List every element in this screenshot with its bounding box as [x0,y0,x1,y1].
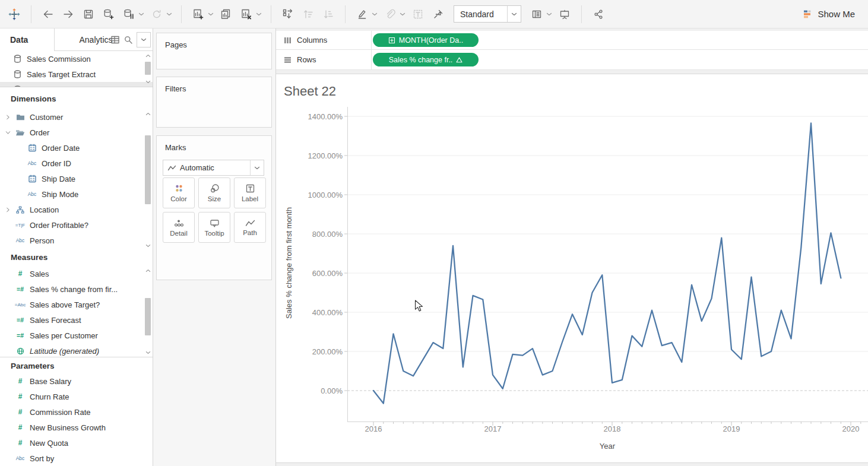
mark-color-button[interactable]: Color [163,177,195,208]
chevron-down-icon[interactable] [144,78,152,85]
chart-canvas[interactable]: 1400.00%1200.00%1000.00%800.00%600.00%40… [276,74,868,462]
mark-detail-button[interactable]: Detail [163,212,195,243]
filters-card[interactable]: Filters [156,77,272,128]
fields-menu-button[interactable] [137,32,151,47]
format-links-menu-caret[interactable] [399,6,406,23]
chevron-down-icon[interactable] [144,349,152,356]
caret-right-exp-icon[interactable] [4,115,12,120]
fit-mode-select[interactable]: Standard [454,5,521,23]
duplicate-button[interactable] [218,6,235,23]
clear-sheet-button[interactable] [238,6,255,23]
data-source-item-clipped[interactable]: Superstore Connected [0,82,153,87]
run-update-menu-caret[interactable] [166,6,173,23]
undo-button[interactable] [40,6,56,23]
show-mark-labels-button[interactable] [410,6,426,23]
chevron-up-icon[interactable] [144,110,152,118]
clear-sheet-menu-caret[interactable] [255,6,262,23]
field-row[interactable]: # New Quota [0,435,153,451]
dimensions-tools [110,32,151,47]
scrollbar-thumb[interactable] [145,62,151,75]
save-button[interactable] [80,6,97,23]
caret-right-exp-icon[interactable] [4,207,12,213]
search-icon[interactable] [123,35,133,45]
field-row[interactable]: =# Sales % change from fir... [0,281,153,297]
caret-down-icon[interactable] [250,160,264,175]
field-row[interactable]: # Churn Rate [0,389,153,404]
field-row[interactable]: # Sales [0,266,153,281]
field-row[interactable]: Ship Date [0,171,153,186]
field-row[interactable]: =T|F Order Profitable? [0,217,153,233]
redo-button[interactable] [60,6,77,23]
field-row[interactable]: Abc Order ID [0,156,153,171]
worksheet[interactable]: Sheet 22 1400.00%1200.00%1000.00%800.00%… [276,74,868,463]
field-pill[interactable]: Sales % change fr.. [373,53,479,66]
caret-down-icon[interactable] [507,6,521,22]
run-update-button[interactable] [148,6,165,23]
format-links-button[interactable] [382,6,398,23]
field-row[interactable]: =# Sales Forecast [0,312,153,328]
field-row[interactable]: # Base Salary [0,373,153,389]
sort-asc-icon [303,9,313,20]
chevron-up-icon[interactable] [144,267,152,274]
tableau-logo-button[interactable] [6,6,23,23]
measures-scrollbar[interactable] [144,267,152,356]
sort-descending-button[interactable] [320,6,337,23]
scrollbar-thumb[interactable] [145,298,151,335]
data-source-item[interactable]: Sales Target Extract [0,66,153,82]
dimensions-scrollbar[interactable] [144,110,152,249]
field-row[interactable]: Customer [0,109,153,125]
pause-auto-updates-button[interactable] [121,6,137,23]
mark-size-button[interactable]: Size [198,177,230,208]
show-hide-cards-button[interactable] [528,6,545,23]
highlight-menu-caret[interactable] [371,6,378,23]
tab-data[interactable]: Data [0,28,55,51]
mark-tooltip-button[interactable]: Tooltip [198,212,230,243]
swap-rows-columns-button[interactable] [280,6,296,23]
svg-text:2016: 2016 [365,424,382,433]
field-row[interactable]: Order [0,125,153,140]
field-row[interactable]: # New Business Growth [0,420,153,435]
fix-axes-button[interactable] [430,6,446,23]
line-chart[interactable]: 1400.00%1200.00%1000.00%800.00%600.00%40… [276,74,868,462]
field-row[interactable]: Order Date [0,140,153,156]
show-me-icon [803,9,813,19]
data-source-item[interactable]: Superstore Connected [0,82,153,87]
field-row[interactable]: Location [0,202,153,217]
rows-shelf[interactable]: Rows Sales % change fr.. [276,50,868,70]
field-pill[interactable]: MONTH(Order Da.. [373,33,479,47]
new-data-source-button[interactable] [100,6,117,23]
data-source-scrollbar[interactable] [144,52,152,85]
mark-label-button[interactable]: Label [234,177,266,208]
field-row[interactable]: # Commission Rate [0,404,153,420]
svg-text:0.00%: 0.00% [321,386,343,395]
columns-shelf[interactable]: Columns MONTH(Order Da.. [276,31,868,50]
show-hide-cards-menu-caret[interactable] [546,6,553,23]
view-data-grid-icon[interactable] [110,35,120,45]
plus-box-icon[interactable] [388,37,395,44]
sort-ascending-button[interactable] [300,6,316,23]
field-row[interactable]: =# Sales per Customer [0,328,153,343]
chevron-up-icon[interactable] [144,52,152,59]
pages-card[interactable]: Pages [156,33,272,69]
share-button[interactable] [590,6,607,23]
field-row[interactable]: Abc Person [0,233,153,248]
scrollbar-thumb[interactable] [145,135,151,204]
data-pane: Data Analytics Sales Commission Sales Ta… [0,28,153,466]
field-row[interactable]: Latitude (generated) [0,343,153,357]
field-row[interactable]: Abc Sort by [0,451,153,466]
mark-path-button[interactable]: Path [234,212,266,243]
new-worksheet-button[interactable] [190,6,207,23]
presentation-mode-button[interactable] [556,6,573,23]
pause-auto-updates-menu-caret[interactable] [138,6,145,23]
caret-down-exp-icon[interactable] [4,131,12,135]
new-worksheet-menu-caret[interactable] [207,6,214,23]
highlight-button[interactable] [354,6,370,23]
toolbar-separator [31,5,31,23]
show-me-button[interactable]: Show Me [803,9,855,19]
mark-type-dropdown[interactable]: Automatic [163,160,264,176]
sales-line[interactable] [373,123,841,404]
field-row[interactable]: Abc Ship Mode [0,186,153,202]
cylinder-icon [12,55,23,63]
field-row[interactable]: =Abc Sales above Target? [0,297,153,312]
data-source-item[interactable]: Sales Commission [0,51,153,66]
